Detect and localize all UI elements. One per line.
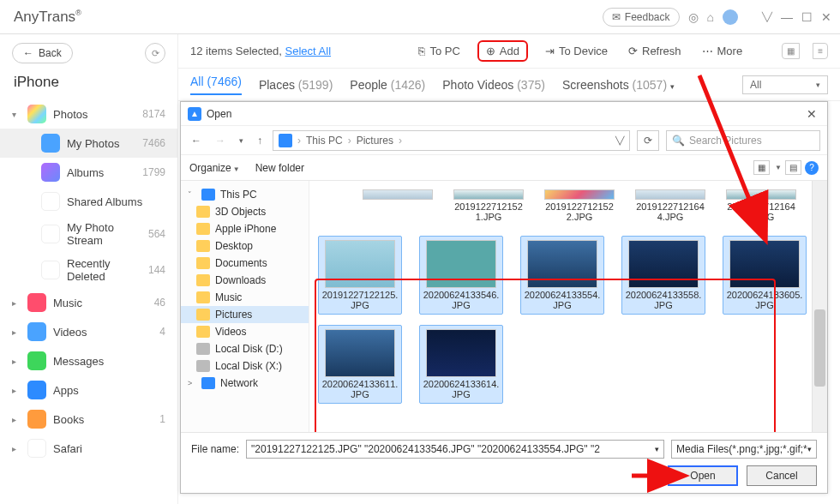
avatar[interactable] — [723, 9, 738, 25]
file-tile[interactable]: 20200624133554.JPG — [520, 236, 604, 315]
sidebar-item-recently-deleted[interactable]: Recently Deleted144 — [0, 252, 177, 288]
tree-pictures[interactable]: Pictures — [181, 306, 309, 323]
scrollbar[interactable] — [812, 181, 827, 432]
sidebar-item-books[interactable]: ▸Books1 — [0, 405, 177, 434]
tree-network[interactable]: >Network — [181, 375, 309, 392]
filename-input[interactable]: "20191227122125.JPG" "20200624133546.JPG… — [246, 440, 664, 459]
sidebar-item-my-photo-stream[interactable]: My Photo Stream564 — [0, 216, 177, 252]
file-tile[interactable]: 20191227121521.JPG — [452, 186, 525, 225]
view-thumbnails[interactable]: ▦ — [753, 160, 770, 175]
more-button[interactable]: ⋯More — [699, 43, 747, 59]
sidebar-item-label: Safari — [53, 442, 159, 455]
file-tile[interactable]: 20191227121644.JPG — [633, 186, 707, 225]
folder-icon — [196, 326, 210, 338]
sidebar-item-my-photos[interactable]: My Photos7466 — [0, 129, 177, 158]
back-button[interactable]: ← Back — [12, 43, 73, 63]
chevron-down-icon[interactable]: ▾ — [655, 445, 659, 453]
tree-videos[interactable]: Videos — [181, 323, 309, 340]
file-tile[interactable] — [361, 186, 435, 225]
nav-back[interactable]: ← — [188, 133, 205, 148]
tree-downloads[interactable]: Downloads — [181, 272, 309, 289]
filename-value: "20191227122125.JPG" "20200624133546.JPG… — [251, 443, 600, 455]
videos-icon — [27, 322, 46, 341]
tab-photo-videos[interactable]: Photo Videos (375) — [442, 78, 545, 92]
sidebar-item-messages[interactable]: ▸Messages — [0, 346, 177, 375]
sidebar-item-safari[interactable]: ▸Safari — [0, 434, 177, 463]
more-icon: ⋯ — [702, 45, 713, 57]
file-name: 20200624133614.JPG — [422, 377, 501, 399]
cancel-button[interactable]: Cancel — [747, 465, 817, 486]
filter-dropdown[interactable]: All ▾ — [742, 75, 828, 94]
tab-people[interactable]: People (1426) — [350, 78, 425, 92]
tree-apple-iphone[interactable]: Apple iPhone — [181, 220, 309, 237]
help-icon[interactable]: ? — [805, 161, 819, 175]
file-tile[interactable]: 20200624133614.JPG — [419, 325, 503, 404]
view-dd[interactable]: ▼ — [775, 164, 782, 171]
caret-icon: ▸ — [12, 327, 21, 337]
tree-3d-objects[interactable]: 3D Objects — [181, 203, 309, 220]
tab-places[interactable]: Places (5199) — [259, 78, 333, 92]
sidebar-item-photos[interactable]: ▾Photos8174 — [0, 99, 177, 129]
sidebar-item-music[interactable]: ▸Music46 — [0, 288, 177, 317]
sidebar-refresh[interactable]: ⟳ — [145, 43, 165, 63]
select-all-link[interactable]: Select All — [285, 45, 331, 57]
app-title: AnyTrans® — [14, 9, 81, 26]
tree-local-disk-x-[interactable]: Local Disk (X:) — [181, 357, 309, 375]
to-pc-button[interactable]: ⎘To PC — [415, 43, 463, 59]
close-icon[interactable]: ✕ — [821, 10, 831, 24]
tab-all[interactable]: All (7466) — [190, 75, 242, 95]
sidebar-item-label: Shared Albums — [67, 195, 159, 208]
feedback-button[interactable]: ✉ Feedback — [603, 8, 680, 27]
refresh-icon: ⟳ — [628, 45, 638, 57]
plus-circle-icon: ⊕ — [486, 45, 495, 57]
preview-pane[interactable]: ▤ — [785, 160, 801, 175]
sidebar-item-albums[interactable]: Albums1799 — [0, 158, 177, 187]
file-name: 20191227121644.JPG — [635, 200, 705, 222]
bc-pictures[interactable]: Pictures — [357, 135, 393, 147]
tab-screenshots[interactable]: Screenshots (1057) ▾ — [562, 78, 675, 92]
chevron-down-icon[interactable]: ╲╱ — [615, 136, 624, 145]
filetype-dropdown[interactable]: Media Files(*.png;*.jpg;*.gif;*.jp ▾ — [671, 440, 817, 459]
gift-icon[interactable]: ⌂ — [707, 10, 714, 24]
nav-dd[interactable]: ▾ — [236, 135, 247, 147]
nav-up[interactable]: ↑ — [254, 133, 266, 148]
refresh-button[interactable]: ⟳Refresh — [625, 43, 685, 59]
tree-label: Music — [215, 291, 242, 303]
search-icon[interactable]: ◎ — [688, 10, 699, 24]
file-tile[interactable]: 20191227121522.JPG — [543, 186, 616, 225]
file-name: 20191227121647.JPG — [726, 200, 796, 222]
file-tile[interactable]: 20191227121647.JPG — [724, 186, 798, 225]
file-tile[interactable]: 20191227122125.JPG — [318, 236, 402, 315]
tree-desktop[interactable]: Desktop — [181, 237, 309, 255]
organize-menu[interactable]: Organize▼ — [189, 162, 240, 174]
file-tile[interactable]: 20200624133546.JPG — [419, 236, 503, 315]
chevron-down-icon[interactable]: ▾ — [807, 445, 812, 453]
search-input[interactable]: 🔍 Search Pictures — [666, 130, 820, 151]
bc-this-pc[interactable]: This PC — [306, 135, 343, 147]
nav-fwd[interactable]: → — [212, 133, 229, 148]
to-device-button[interactable]: ⇥To Device — [542, 43, 611, 59]
tree-music[interactable]: Music — [181, 289, 309, 306]
chevron-down-icon[interactable]: ╲╱ — [762, 12, 772, 21]
apps-icon — [27, 381, 46, 399]
breadcrumb[interactable]: › This PC › Pictures › ╲╱ — [273, 130, 630, 151]
new-folder-button[interactable]: New folder — [255, 162, 304, 174]
view-grid-button[interactable]: ▦ — [782, 43, 800, 59]
file-tile[interactable]: 20200624133605.JPG — [723, 236, 807, 315]
sidebar-item-shared-albums[interactable]: Shared Albums — [0, 187, 177, 216]
sidebar-item-videos[interactable]: ▸Videos4 — [0, 317, 177, 346]
caret-icon: ˅ — [188, 190, 196, 199]
dialog-close-button[interactable]: ✕ — [803, 107, 820, 121]
tree-local-disk-d-[interactable]: Local Disk (D:) — [181, 340, 309, 357]
tree-documents[interactable]: Documents — [181, 255, 309, 272]
tree-this-pc[interactable]: ˅This PC — [181, 186, 309, 203]
view-list-button[interactable]: ≡ — [813, 43, 828, 59]
file-tile[interactable]: 20200624133611.JPG — [318, 325, 402, 404]
maximize-icon[interactable]: ☐ — [801, 10, 813, 24]
minimize-icon[interactable]: — — [781, 10, 793, 24]
sidebar-item-apps[interactable]: ▸Apps — [0, 375, 177, 405]
add-button[interactable]: ⊕Add — [477, 40, 528, 62]
caret-icon: ▸ — [12, 415, 21, 424]
file-tile[interactable]: 20200624133558.JPG — [621, 236, 705, 315]
nav-refresh[interactable]: ⟳ — [637, 130, 659, 151]
